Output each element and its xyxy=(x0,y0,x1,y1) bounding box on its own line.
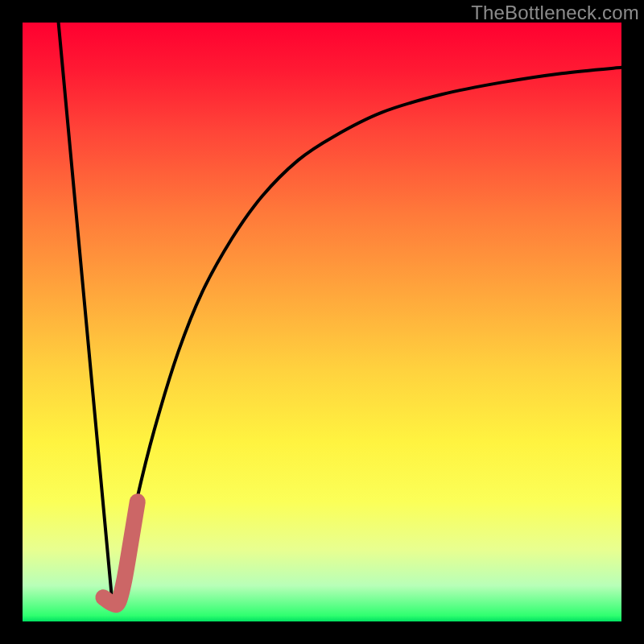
plot-area xyxy=(23,23,621,621)
series-right-curve xyxy=(113,68,621,604)
curve-layer xyxy=(23,23,621,621)
watermark-text: TheBottleneck.com xyxy=(471,2,639,24)
chart-frame: TheBottleneck.com xyxy=(0,0,644,644)
series-left-slope xyxy=(59,23,113,604)
